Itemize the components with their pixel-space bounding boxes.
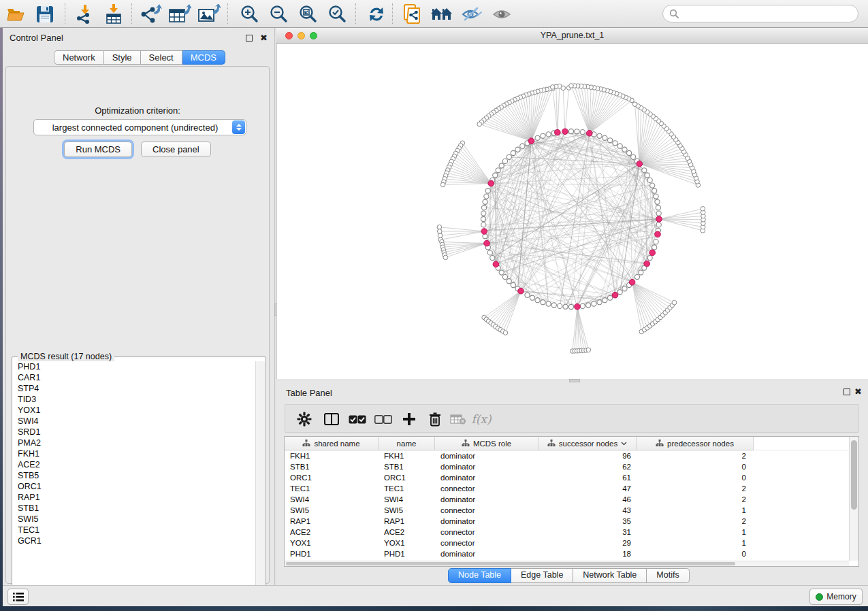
status-bar: Memory bbox=[3, 585, 868, 606]
search-input[interactable] bbox=[683, 8, 858, 19]
close-panel-icon[interactable]: ✖ bbox=[854, 389, 862, 395]
float-panel-icon[interactable] bbox=[246, 35, 253, 42]
network-canvas[interactable] bbox=[276, 44, 868, 379]
import-network-icon[interactable] bbox=[74, 3, 97, 26]
mcds-result-item[interactable]: GCR1 bbox=[18, 535, 256, 546]
mcds-result-item[interactable]: YOX1 bbox=[18, 405, 256, 416]
table-row[interactable]: ACE2ACE2connector311 bbox=[285, 527, 858, 538]
control-panel-title: Control Panel bbox=[10, 33, 63, 43]
scrollbar-thumb[interactable] bbox=[851, 440, 857, 510]
table-row[interactable]: TEC1TEC1connector472 bbox=[285, 483, 858, 494]
import-table-icon[interactable] bbox=[102, 3, 125, 26]
mcds-result-item[interactable]: PHD1 bbox=[18, 361, 256, 372]
settings-gear-icon[interactable] bbox=[293, 409, 315, 429]
column-header-name[interactable]: name bbox=[379, 437, 435, 450]
column-header-successor-nodes[interactable]: successor nodes bbox=[539, 437, 637, 450]
export-network-icon[interactable] bbox=[140, 3, 163, 26]
criterion-select[interactable]: largest connected component (undirected) bbox=[33, 119, 246, 135]
mcds-result-item[interactable]: ORC1 bbox=[18, 481, 256, 492]
tab-node-table[interactable]: Node Table bbox=[448, 568, 511, 583]
run-mcds-button[interactable]: Run MCDS bbox=[64, 142, 132, 157]
open-file-icon[interactable] bbox=[4, 3, 27, 26]
mcds-result-item[interactable]: STP4 bbox=[18, 383, 256, 394]
export-table-icon[interactable] bbox=[168, 3, 191, 26]
zoom-in-icon[interactable] bbox=[238, 3, 261, 26]
split-panel-icon[interactable] bbox=[321, 409, 342, 429]
table-cell: 0 bbox=[637, 548, 754, 559]
mcds-result-item[interactable]: STB5 bbox=[18, 470, 256, 481]
mcds-result-item[interactable]: FKH1 bbox=[18, 448, 256, 459]
float-panel-icon[interactable] bbox=[843, 389, 850, 395]
toolbar-separator bbox=[392, 3, 393, 24]
table-cell: dominator bbox=[435, 494, 539, 505]
mcds-result-group: MCDS result (17 nodes) PHD1CAR1STP4TID3Y… bbox=[12, 357, 266, 610]
mcds-result-item[interactable]: SWI5 bbox=[18, 514, 256, 525]
mcds-list-scrollbar[interactable] bbox=[255, 361, 265, 608]
delete-row-icon[interactable] bbox=[424, 409, 446, 429]
mcds-result-item[interactable]: TID3 bbox=[18, 394, 256, 405]
select-all-icon[interactable] bbox=[347, 409, 368, 429]
task-history-button[interactable] bbox=[7, 589, 29, 605]
table-horizontal-scrollbar[interactable] bbox=[285, 561, 849, 566]
memory-button[interactable]: Memory bbox=[809, 589, 863, 605]
table-cell: TEC1 bbox=[379, 483, 435, 494]
cytoscape-window: Control Panel ✖ Network Style Select MCD… bbox=[0, 0, 868, 611]
network-graph[interactable] bbox=[277, 44, 868, 378]
table-row[interactable]: ORC1ORC1dominator610 bbox=[285, 472, 858, 483]
table-cell: connector bbox=[435, 505, 539, 516]
table-row[interactable]: RAP1RAP1dominator352 bbox=[285, 516, 858, 527]
zoom-out-icon[interactable] bbox=[267, 3, 290, 26]
add-row-icon[interactable] bbox=[398, 409, 420, 429]
control-panel-header: Control Panel ✖ bbox=[3, 28, 274, 46]
tab-motifs[interactable]: Motifs bbox=[647, 568, 689, 583]
table-cell: 1 bbox=[637, 538, 754, 548]
duplicate-network-icon[interactable] bbox=[401, 3, 424, 26]
mcds-result-item[interactable]: PMA2 bbox=[18, 437, 256, 448]
mcds-result-item[interactable]: SRD1 bbox=[18, 427, 256, 437]
mcds-result-list[interactable]: PHD1CAR1STP4TID3YOX1SWI4SRD1PMA2FKH1ACE2… bbox=[13, 361, 256, 608]
table-cell: dominator bbox=[435, 516, 539, 527]
tab-style[interactable]: Style bbox=[104, 50, 141, 65]
column-header-predecessor-nodes[interactable]: predecessor nodes bbox=[637, 437, 754, 450]
scrollbar-thumb[interactable] bbox=[286, 562, 735, 565]
table-row[interactable]: PHD1PHD1dominator180 bbox=[285, 548, 858, 559]
table-vertical-scrollbar[interactable] bbox=[849, 437, 858, 561]
control-panel-tabs: Network Style Select MCDS bbox=[54, 50, 225, 65]
tab-select[interactable]: Select bbox=[141, 50, 182, 65]
close-panel-button[interactable]: Close panel bbox=[141, 142, 211, 157]
table-row[interactable]: SWI4SWI4dominator462 bbox=[285, 494, 858, 505]
export-image-icon[interactable] bbox=[197, 3, 221, 26]
table-row[interactable]: SWI5SWI5connector431 bbox=[285, 505, 858, 516]
mcds-result-item[interactable]: RAP1 bbox=[18, 492, 256, 503]
table-cell: ORC1 bbox=[379, 472, 435, 483]
show-all-icon[interactable] bbox=[490, 3, 513, 26]
refresh-icon[interactable] bbox=[365, 3, 388, 26]
mcds-result-item[interactable]: ACE2 bbox=[18, 459, 256, 470]
tab-mcds[interactable]: MCDS bbox=[182, 50, 225, 65]
tab-network[interactable]: Network bbox=[54, 50, 104, 65]
home-icon[interactable] bbox=[430, 3, 453, 26]
zoom-fit-icon[interactable] bbox=[296, 3, 319, 26]
tab-edge-table[interactable]: Edge Table bbox=[511, 568, 573, 583]
close-panel-icon[interactable]: ✖ bbox=[260, 35, 268, 42]
zoom-selected-icon[interactable] bbox=[325, 3, 349, 26]
toolbar-separator bbox=[355, 3, 357, 24]
table-row[interactable]: FKH1FKH1dominator962 bbox=[285, 450, 858, 461]
deselect-all-icon[interactable] bbox=[372, 409, 394, 429]
mcds-result-item[interactable]: SWI4 bbox=[18, 416, 256, 427]
criterion-label: Optimization criterion: bbox=[6, 105, 269, 116]
network-window-titlebar[interactable]: YPA_prune.txt_1 bbox=[276, 28, 868, 44]
table-row[interactable]: STB1STB1dominator620 bbox=[285, 461, 858, 472]
table-cell: YOX1 bbox=[379, 538, 435, 548]
hide-selected-icon[interactable] bbox=[460, 3, 483, 26]
mcds-result-item[interactable]: CAR1 bbox=[18, 372, 256, 383]
search-box[interactable] bbox=[662, 5, 858, 22]
column-header-shared-name[interactable]: shared name bbox=[285, 437, 379, 450]
column-header-MCDS-role[interactable]: MCDS role bbox=[435, 437, 539, 450]
save-session-icon[interactable] bbox=[33, 3, 57, 26]
mcds-result-item[interactable]: TEC1 bbox=[18, 525, 256, 535]
mcds-result-item[interactable]: STB1 bbox=[18, 503, 256, 514]
tab-network-table[interactable]: Network Table bbox=[573, 568, 647, 583]
table-row[interactable]: YOX1YOX1connector291 bbox=[285, 538, 858, 548]
table-cell: 43 bbox=[539, 505, 637, 516]
